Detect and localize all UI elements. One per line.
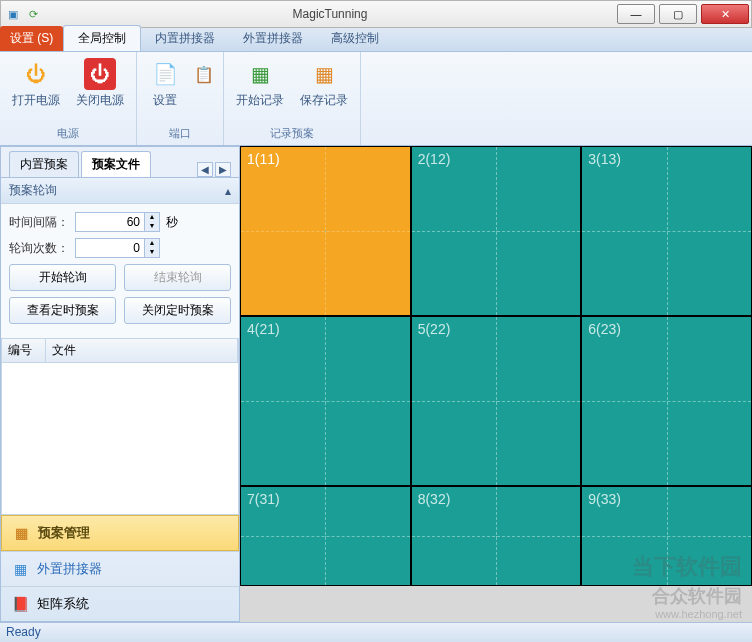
tab-global-control[interactable]: 全局控制 [63,25,141,51]
app-icon: ▣ [5,6,21,22]
maximize-button[interactable]: ▢ [659,4,697,24]
nav-matrix-system[interactable]: 📕 矩阵系统 [1,586,239,621]
ribbon-tabs: 设置 (S) 全局控制 内置拼接器 外置拼接器 高级控制 [0,28,752,52]
plan-table-header: 编号 文件 [1,338,239,363]
col-file: 文件 [46,339,238,362]
view-timer-button[interactable]: 查看定时预案 [9,297,116,324]
ribbon: ⏻ 打开电源 ⏻ 关闭电源 电源 📄 设置 📋 端口 ▦ 开始记录 [0,52,752,146]
tab-internal-splicer[interactable]: 内置拼接器 [141,26,229,51]
close-timer-button[interactable]: 关闭定时预案 [124,297,231,324]
status-text: Ready [6,625,41,639]
spin-up[interactable]: ▲ [145,213,159,222]
tab-scroll-left[interactable]: ◀ [197,162,213,177]
grid-cell-3[interactable]: 3(13) [581,146,752,316]
ribbon-group-record: ▦ 开始记录 ▦ 保存记录 记录预案 [224,52,361,145]
grid-cell-6[interactable]: 6(23) [581,316,752,486]
nav-plan-management[interactable]: ▦ 预案管理 [1,515,239,551]
ribbon-group-power: ⏻ 打开电源 ⏻ 关闭电源 电源 [0,52,137,145]
count-spinner[interactable]: ▲▼ [75,238,160,258]
ribbon-group-port: 📄 设置 📋 端口 [137,52,224,145]
power-off-button[interactable]: ⏻ 关闭电源 [72,56,128,124]
main-area: 内置预案 预案文件 ◀ ▶ 预案轮询 ▴ 时间间隔： ▲▼ 秒 [0,146,752,622]
count-label: 轮询次数： [9,240,69,257]
tab-settings[interactable]: 设置 (S) [0,26,63,51]
panel-tabs: 内置预案 预案文件 ◀ ▶ [1,147,239,177]
tab-advanced-control[interactable]: 高级控制 [317,26,393,51]
col-id: 编号 [2,339,46,362]
doc-icon: 📋 [188,58,220,90]
port-settings-button[interactable]: 📄 设置 [145,56,185,124]
grid-cell-7[interactable]: 7(31) [240,486,411,586]
power-off-icon: ⏻ [84,58,116,90]
display-grid: 1(11) 2(12) 3(13) 4(21) 5(22) 6(23) 7(31… [240,146,752,622]
power-on-icon: ⏻ [20,58,52,90]
save-record-button[interactable]: ▦ 保存记录 [296,56,352,124]
grid-cell-8[interactable]: 8(32) [411,486,582,586]
close-button[interactable]: ✕ [701,4,749,24]
interval-input[interactable] [76,213,144,231]
grid-cell-5[interactable]: 5(22) [411,316,582,486]
tab-plan-file[interactable]: 预案文件 [81,151,151,177]
grid-cell-2[interactable]: 2(12) [411,146,582,316]
interval-label: 时间间隔： [9,214,69,231]
grid-cell-1[interactable]: 1(11) [240,146,411,316]
bottom-nav: ▦ 预案管理 ▦ 外置拼接器 📕 矩阵系统 [1,515,239,621]
start-record-icon: ▦ [244,58,276,90]
interval-unit: 秒 [166,214,178,231]
calendar-icon: ▦ [12,524,30,542]
port-extra-button[interactable]: 📋 [193,56,215,124]
collapse-icon: ▴ [225,184,231,198]
save-record-icon: ▦ [308,58,340,90]
grid-area: 1(11) 2(12) 3(13) 4(21) 5(22) 6(23) 7(31… [240,146,752,622]
tab-builtin-plan[interactable]: 内置预案 [9,151,79,177]
titlebar: ▣ ⟳ MagicTunning — ▢ ✕ [0,0,752,28]
power-on-button[interactable]: ⏻ 打开电源 [8,56,64,124]
tab-external-splicer[interactable]: 外置拼接器 [229,26,317,51]
left-panel: 内置预案 预案文件 ◀ ▶ 预案轮询 ▴ 时间间隔： ▲▼ 秒 [0,146,240,622]
spin-down[interactable]: ▼ [145,248,159,257]
start-polling-button[interactable]: 开始轮询 [9,264,116,291]
window-title: MagicTunning [45,7,615,21]
interval-spinner[interactable]: ▲▼ [75,212,160,232]
polling-section-header[interactable]: 预案轮询 ▴ [1,178,239,204]
tab-scroll-right[interactable]: ▶ [215,162,231,177]
polling-section: 时间间隔： ▲▼ 秒 轮询次数： ▲▼ 开始轮询 结束轮询 [1,204,239,338]
status-bar: Ready [0,622,752,642]
settings-icon: 📄 [149,58,181,90]
spin-down[interactable]: ▼ [145,222,159,231]
book-icon: 📕 [11,595,29,613]
grid-cell-9[interactable]: 9(33) [581,486,752,586]
count-input[interactable] [76,239,144,257]
stop-polling-button[interactable]: 结束轮询 [124,264,231,291]
nav-external-splicer[interactable]: ▦ 外置拼接器 [1,551,239,586]
grid-cell-4[interactable]: 4(21) [240,316,411,486]
spin-up[interactable]: ▲ [145,239,159,248]
refresh-icon[interactable]: ⟳ [25,6,41,22]
start-record-button[interactable]: ▦ 开始记录 [232,56,288,124]
plan-table-body[interactable] [1,363,239,515]
minimize-button[interactable]: — [617,4,655,24]
grid-icon: ▦ [11,560,29,578]
